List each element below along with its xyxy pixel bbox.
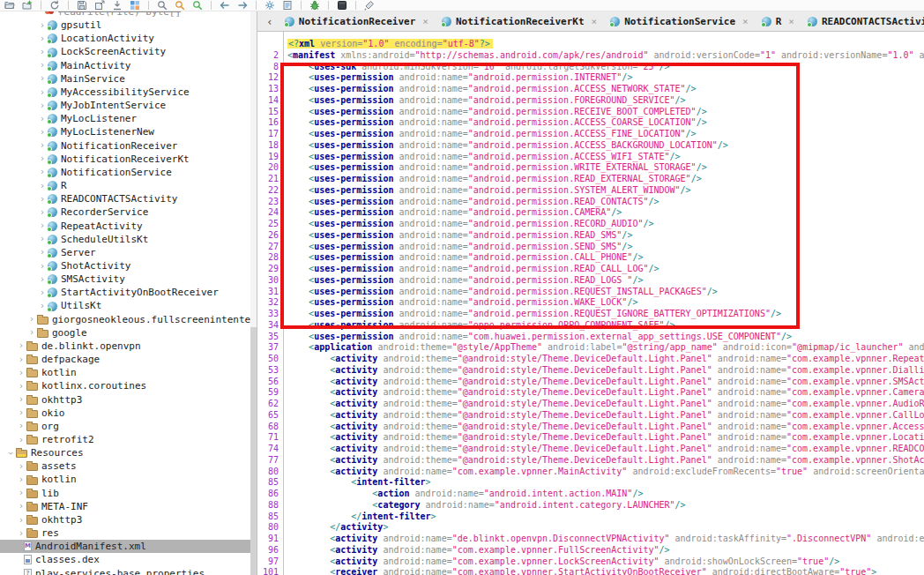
tab-close-icon[interactable]: × (592, 16, 598, 27)
tree-item-retrofit2[interactable]: ›retrofit2 (0, 433, 257, 446)
tree-item-UtilsKt[interactable]: ›UtilsKt (0, 299, 257, 312)
tree-item-MyLocListener[interactable]: ›MyLocListener (0, 112, 257, 125)
chevron-right-icon[interactable]: › (16, 394, 26, 405)
tree-item-R[interactable]: ›R (0, 179, 257, 192)
code-editor[interactable]: <?xml version="1.0" encoding="utf-8"?>2<… (257, 32, 924, 575)
tree-item-MyJobIntentService[interactable]: ›MyJobIntentService (0, 99, 257, 112)
tree-item-res[interactable]: ›res (0, 526, 257, 540)
chevron-right-icon[interactable]: › (16, 461, 26, 472)
tab-R[interactable]: R× (762, 16, 794, 27)
tree-item-Server[interactable]: ›Server (0, 246, 257, 259)
dark-panel-icon[interactable] (337, 0, 347, 11)
chevron-right-icon[interactable]: › (16, 355, 26, 365)
import-icon[interactable] (112, 0, 123, 11)
chevron-right-icon[interactable]: › (16, 435, 26, 445)
tree-item-assets[interactable]: ›assets (0, 459, 257, 473)
toolbar-separator (355, 1, 356, 10)
tree-item-giorgosneokleous.fullscreenintentex[interactable]: ›giorgosneokleous.fullscreenintentex (0, 313, 257, 326)
chevron-right-icon[interactable]: › (16, 528, 26, 539)
tree-item-ShotActivity[interactable]: ›ShotActivity (0, 259, 257, 273)
code-text: <uses-permission android:name="android.p… (283, 95, 686, 107)
chevron-right-icon[interactable]: › (37, 207, 48, 218)
tree-item-Resources[interactable]: ›Resources (0, 446, 257, 459)
back-icon[interactable] (220, 0, 230, 11)
tree-item-MyAccessibilityService[interactable]: ›MyAccessibilityService (0, 86, 257, 99)
tree-item-play-services-base.properties[interactable]: ›play-services-base.properties (0, 567, 257, 575)
tree-item-NotificationService[interactable]: ›NotificationService (0, 166, 257, 179)
tree-item-StartActivityOnBootReceiver[interactable]: ›StartActivityOnBootReceiver (0, 286, 257, 299)
chevron-right-icon[interactable]: › (16, 515, 26, 526)
tree-item-okhttp3[interactable]: ›okhttp3 (0, 393, 257, 407)
reload-icon[interactable] (49, 0, 60, 11)
chevron-down-icon[interactable]: › (5, 448, 16, 459)
deobfuscation-icon[interactable] (309, 0, 320, 11)
tree-item-gpsutil[interactable]: ›gpsutil (0, 19, 257, 32)
tree-item-ScheduleUtilsKt[interactable]: ›ScheduleUtilsKt (0, 233, 257, 246)
chevron-right-icon[interactable]: › (16, 421, 26, 431)
code-line: 25 <uses-permission android:name="androi… (257, 219, 924, 230)
tree-item-AndroidManifest.xml[interactable]: ›AndroidManifest.xml (0, 540, 257, 553)
chevron-right-icon[interactable]: › (26, 314, 37, 325)
tree-item-readFile-File-byte-[interactable]: ›readFile(File) byte[] (0, 11, 257, 19)
class-search-icon[interactable] (192, 0, 203, 11)
tree-item-kotlinx.coroutines[interactable]: ›kotlinx.coroutines (0, 379, 257, 392)
chevron-right-icon[interactable]: › (16, 340, 26, 351)
chevron-right-icon[interactable]: › (37, 288, 48, 298)
chevron-right-icon[interactable]: › (16, 488, 26, 498)
chevron-right-icon[interactable]: › (37, 34, 48, 44)
preferences-icon[interactable] (265, 0, 275, 11)
tree-scrollbar-thumb[interactable] (250, 327, 257, 575)
tree-item-MainService[interactable]: ›MainService (0, 72, 257, 86)
tree-item-READCONTACTSActivity[interactable]: ›READCONTACTSActivity (0, 192, 257, 205)
text-search-icon[interactable] (175, 0, 185, 11)
tree-item-okhttp3[interactable]: ›okhttp3 (0, 513, 257, 526)
add-files-icon[interactable] (22, 0, 33, 11)
chevron-right-icon[interactable]: › (16, 501, 26, 512)
tabs-scroll-left-icon[interactable]: ‹ (266, 15, 273, 28)
tab-NotificationReceiver[interactable]: NotificationReceiver× (285, 16, 428, 27)
view-grid-icon[interactable] (130, 0, 140, 11)
tree-item-de.blinkt.openvpn[interactable]: ›de.blinkt.openvpn (0, 340, 257, 353)
tree-item-SMSActivity[interactable]: ›SMSActivity (0, 273, 257, 286)
resources-icon (16, 450, 27, 458)
log-viewer-icon[interactable] (282, 0, 293, 11)
tree-item-RepeatActivity[interactable]: ›RepeatActivity (0, 220, 257, 233)
line-number: 25 (257, 219, 283, 230)
tree-item-okio[interactable]: ›okio (0, 407, 257, 420)
chevron-right-icon[interactable]: › (16, 381, 26, 392)
tree-item-NotificationReceiver[interactable]: ›NotificationReceiver (0, 139, 257, 153)
tree-item-org[interactable]: ›org (0, 420, 257, 433)
tab-READCONTACTSActivity[interactable]: READCONTACTSActivity× (808, 16, 924, 27)
tree-item-classes.dex[interactable]: ›classes.dex (0, 553, 257, 566)
tree-item-LockScreenActivity[interactable]: ›LockScreenActivity (0, 45, 257, 58)
tree-item-MainActivity[interactable]: ›MainActivity (0, 59, 257, 72)
tree-item-google[interactable]: ›google (0, 326, 257, 340)
tree-item-kotlin[interactable]: ›kotlin (0, 366, 257, 379)
open-file-icon[interactable] (4, 0, 15, 11)
tree-item-LocationActivity[interactable]: ›LocationActivity (0, 32, 257, 45)
project-tree[interactable]: ›readFile(File) byte[]›gpsutil›LocationA… (0, 11, 257, 575)
edit-icon[interactable] (364, 0, 375, 11)
tree-item-kotlin[interactable]: ›kotlin (0, 473, 257, 486)
tree-item-MyLocListenerNew[interactable]: ›MyLocListenerNew (0, 125, 257, 138)
tab-close-icon[interactable]: × (788, 16, 794, 27)
tab-NotificationReceiverKt[interactable]: NotificationReceiverKt× (442, 16, 597, 27)
tab-NotificationService[interactable]: NotificationService× (610, 16, 748, 27)
export-icon[interactable] (94, 0, 105, 11)
save-all-icon[interactable] (77, 0, 87, 11)
chevron-right-icon[interactable]: › (16, 474, 26, 485)
gutter-separator (283, 32, 284, 575)
chevron-right-icon[interactable]: › (26, 327, 37, 338)
tab-close-icon[interactable]: × (422, 16, 428, 27)
tree-item-NotificationReceiverKt[interactable]: ›NotificationReceiverKt (0, 153, 257, 166)
tab-close-icon[interactable]: × (742, 16, 749, 27)
chevron-right-icon[interactable]: › (16, 368, 26, 378)
forward-icon[interactable] (237, 0, 248, 11)
chevron-right-icon[interactable]: › (16, 407, 26, 418)
tree-item-META-INF[interactable]: ›META-INF (0, 500, 257, 513)
chevron-right-icon[interactable]: › (37, 127, 48, 138)
tree-item-defpackage[interactable]: ›defpackage (0, 353, 257, 366)
search-icon[interactable] (157, 0, 168, 11)
tree-item-lib[interactable]: ›lib (0, 487, 257, 500)
tree-item-RecorderService[interactable]: ›RecorderService (0, 205, 257, 219)
